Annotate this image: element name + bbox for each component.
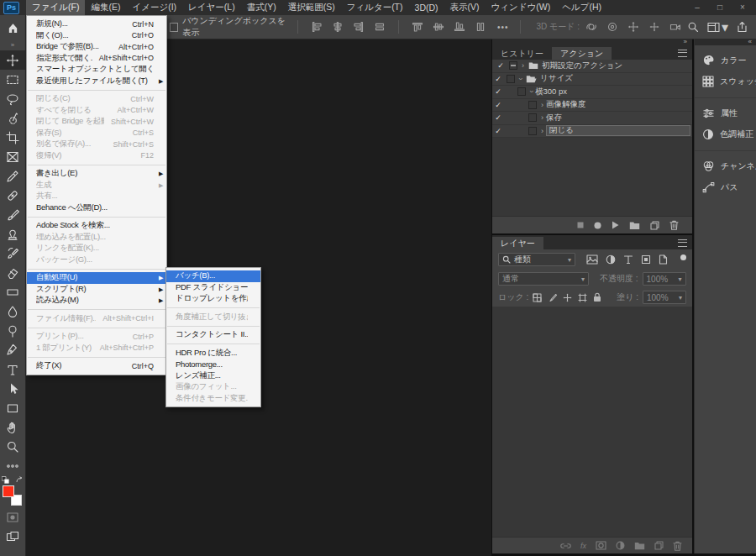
submenu-item-create-droplet[interactable]: ドロップレットを作成(C)... bbox=[166, 293, 260, 305]
expand-arrow-icon[interactable] bbox=[538, 127, 546, 135]
menu-help[interactable]: ヘルプ(H) bbox=[556, 0, 607, 15]
tab-actions[interactable]: アクション bbox=[552, 47, 612, 60]
minimize-button[interactable]: – bbox=[692, 0, 702, 15]
menu-item-exit[interactable]: 終了(X)Ctrl+Q bbox=[27, 360, 166, 372]
dialog-toggle-icon[interactable] bbox=[517, 87, 526, 96]
toolbar-collapse-icon[interactable]: » bbox=[11, 40, 14, 50]
align-left-icon[interactable] bbox=[311, 21, 323, 33]
record-icon[interactable] bbox=[594, 222, 601, 229]
action-row[interactable]: 横300 px bbox=[492, 86, 692, 99]
tool-crop[interactable] bbox=[0, 128, 25, 147]
menu-item-browse-in-bridge[interactable]: Bridge で参照(B)...Alt+Ctrl+O bbox=[27, 41, 166, 53]
maximize-button[interactable]: □ bbox=[715, 0, 725, 15]
dialog-toggle-icon[interactable] bbox=[528, 101, 537, 109]
expand-arrow-icon[interactable] bbox=[538, 113, 546, 122]
menu-edit[interactable]: 編集(E) bbox=[85, 0, 126, 15]
menu-type[interactable]: 書式(Y) bbox=[241, 0, 282, 15]
tool-lasso[interactable] bbox=[0, 89, 25, 108]
tool-path-select[interactable] bbox=[0, 379, 25, 398]
tool-eraser[interactable] bbox=[0, 263, 25, 282]
layer-mask-icon[interactable] bbox=[596, 541, 606, 550]
dialog-toggle-icon[interactable] bbox=[509, 61, 517, 70]
search-icon[interactable] bbox=[687, 21, 699, 33]
default-colors-icon[interactable] bbox=[2, 476, 9, 484]
expand-arrow-icon[interactable] bbox=[517, 75, 524, 83]
action-row[interactable]: 初期設定のアクション bbox=[492, 60, 692, 73]
submenu-item-lens-correction[interactable]: レンズ補正... bbox=[166, 370, 260, 382]
menu-item-share-on-behance[interactable]: Behance へ公開(D)... bbox=[27, 202, 166, 214]
dock-item-paths[interactable]: パス bbox=[695, 176, 756, 197]
tab-history[interactable]: ヒストリー bbox=[492, 47, 552, 60]
lock-pixels-icon[interactable] bbox=[548, 293, 557, 302]
submenu-item-merge-to-hdr-pro[interactable]: HDR Pro に統合... bbox=[166, 348, 260, 359]
panel-menu-icon[interactable] bbox=[678, 239, 687, 247]
menu-window[interactable]: ウィンドウ(W) bbox=[486, 0, 557, 15]
menu-view[interactable]: 表示(V) bbox=[444, 0, 486, 15]
distribute-vertical-icon[interactable] bbox=[475, 21, 486, 33]
toggle-item-check-icon[interactable] bbox=[495, 61, 507, 70]
action-row[interactable]: リサイズ bbox=[492, 73, 692, 87]
align-top-icon[interactable] bbox=[412, 21, 423, 33]
menu-select[interactable]: 選択範囲(S) bbox=[282, 0, 341, 15]
tool-pen[interactable] bbox=[0, 340, 25, 359]
share-icon[interactable] bbox=[737, 21, 748, 33]
link-layers-icon[interactable] bbox=[560, 542, 571, 550]
expand-arrow-icon[interactable] bbox=[519, 61, 527, 70]
menu-item-open-as[interactable]: 指定形式で開く...Alt+Shift+Ctrl+O bbox=[27, 53, 166, 65]
more-options-icon[interactable]: ••• bbox=[497, 23, 509, 32]
expand-panels-icon[interactable]: « bbox=[748, 38, 752, 45]
align-middle-icon[interactable] bbox=[433, 21, 444, 33]
stop-icon[interactable] bbox=[577, 222, 584, 228]
foreground-color-swatch[interactable] bbox=[3, 485, 14, 497]
align-right-icon[interactable] bbox=[353, 21, 365, 33]
dialog-toggle-icon[interactable] bbox=[528, 113, 537, 122]
dock-item-swatches[interactable]: スウォッチ bbox=[695, 71, 756, 92]
lock-position-icon[interactable] bbox=[563, 293, 572, 302]
close-button[interactable]: × bbox=[738, 0, 748, 15]
layer-filter-select[interactable]: 種類 bbox=[498, 253, 575, 266]
menu-layer[interactable]: レイヤー(L) bbox=[182, 0, 241, 15]
menu-file[interactable]: ファイル(F) bbox=[26, 0, 85, 15]
menu-3d[interactable]: 3D(D) bbox=[409, 0, 444, 15]
action-row[interactable]: 画像解像度 bbox=[492, 99, 692, 113]
dock-item-adjustments[interactable]: 色調補正 bbox=[695, 123, 756, 144]
menu-item-scripts[interactable]: スクリプト(R) bbox=[27, 284, 166, 296]
toolbar-more-icon[interactable] bbox=[0, 456, 25, 475]
filter-pixel-layers-icon[interactable] bbox=[586, 254, 598, 265]
toggle-item-check-icon[interactable] bbox=[492, 101, 504, 109]
tab-layers[interactable]: レイヤー bbox=[492, 237, 543, 249]
distribute-horizontal-icon[interactable] bbox=[374, 21, 386, 33]
submenu-item-photomerge[interactable]: Photomerge... bbox=[166, 359, 260, 370]
foreground-background-colors[interactable] bbox=[2, 485, 24, 507]
menu-image[interactable]: イメージ(I) bbox=[126, 0, 182, 15]
delete-trash-icon[interactable] bbox=[669, 220, 679, 230]
tool-zoom[interactable] bbox=[0, 437, 25, 456]
bounding-box-checkbox[interactable] bbox=[170, 23, 178, 32]
align-bottom-icon[interactable] bbox=[454, 21, 465, 33]
menu-item-import[interactable]: 読み込み(M) bbox=[27, 295, 166, 307]
submenu-item-pdf-presentation[interactable]: PDF スライドショー(P)... bbox=[166, 282, 260, 294]
dialog-toggle-icon[interactable] bbox=[528, 127, 537, 135]
tool-marquee[interactable] bbox=[0, 70, 25, 89]
toggle-item-check-icon[interactable] bbox=[492, 87, 504, 96]
menu-item-new[interactable]: 新規(N)...Ctrl+N bbox=[27, 18, 166, 30]
panel-menu-icon[interactable] bbox=[678, 50, 687, 57]
tool-blur[interactable] bbox=[0, 302, 25, 321]
expand-arrow-icon[interactable] bbox=[538, 101, 546, 109]
toggle-item-check-icon[interactable] bbox=[492, 127, 504, 135]
expand-arrow-icon[interactable] bbox=[528, 87, 535, 96]
collapse-to-icons-icon[interactable]: » bbox=[684, 38, 687, 45]
tool-quick-mask[interactable] bbox=[0, 507, 25, 527]
dialog-toggle-icon[interactable] bbox=[507, 75, 515, 83]
toggle-item-check-icon[interactable] bbox=[492, 75, 504, 83]
bounding-box-checkbox-group[interactable]: バウンディングボックスを表示 bbox=[170, 15, 291, 39]
submenu-item-contact-sheet[interactable]: コンタクトシート II... bbox=[166, 329, 260, 341]
tool-shape[interactable] bbox=[0, 398, 25, 417]
submenu-item-batch[interactable]: バッチ(B)... bbox=[166, 270, 260, 282]
filter-type-layers-icon[interactable] bbox=[623, 254, 633, 265]
lock-artboard-icon[interactable] bbox=[578, 293, 587, 302]
fill-input[interactable]: 100% bbox=[643, 291, 686, 304]
tool-history-brush[interactable] bbox=[0, 244, 25, 263]
blend-mode-select[interactable]: 通常 bbox=[498, 272, 589, 286]
menu-item-open-recent[interactable]: 最近使用したファイルを開く(T) bbox=[27, 76, 166, 87]
